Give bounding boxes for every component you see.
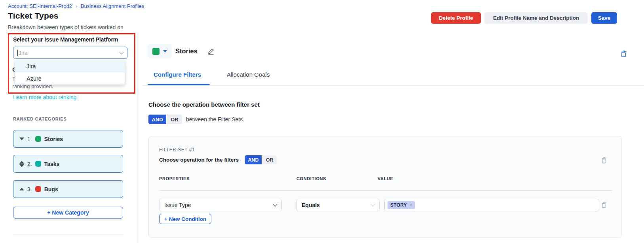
category-color-dot — [35, 186, 41, 192]
operation-caption: between the Filter Sets — [186, 116, 243, 122]
delete-category-icon[interactable] — [620, 50, 627, 59]
property-select-value: Issue Type — [164, 202, 274, 208]
remove-tag-icon[interactable]: × — [409, 203, 412, 207]
value-tag: STORY × — [388, 201, 415, 209]
filter-set-operation-toggle: AND OR — [148, 115, 182, 124]
category-name: Stories — [44, 136, 63, 142]
divider — [13, 235, 123, 235]
caret-down-icon — [163, 50, 167, 53]
value-multiselect-input[interactable]: STORY × — [384, 199, 599, 211]
and-toggle-button[interactable]: AND — [245, 155, 262, 164]
column-header-conditions: CONDITIONS — [296, 176, 326, 181]
breadcrumb: Account: SEI-Internal-Prod2 › Business A… — [8, 3, 144, 9]
category-color-dot — [35, 161, 41, 167]
and-toggle-button[interactable]: AND — [148, 115, 166, 124]
chevron-down-icon — [273, 202, 277, 206]
dropdown-option-azure[interactable]: Azure — [15, 72, 125, 85]
platform-dropdown-menu: Jira Azure — [15, 60, 125, 85]
category-card-tasks[interactable]: 2. Tasks — [13, 155, 123, 173]
category-rank: 1. — [27, 136, 32, 142]
ranked-categories-label: RANKED CATEGORIES — [13, 117, 67, 121]
edit-profile-button[interactable]: Edit Profile Name and Description — [484, 12, 588, 24]
dropdown-option-jira[interactable]: Jira — [15, 60, 125, 72]
divider — [142, 85, 644, 86]
operation-heading: Choose the operation between filter set — [148, 101, 260, 108]
chevron-down-icon — [370, 202, 375, 206]
edit-category-name-icon[interactable] — [207, 48, 215, 57]
filter-operation-row: Choose operation for the filters AND OR — [159, 155, 277, 164]
category-name: Tasks — [44, 161, 60, 167]
filter-operation-label: Choose operation for the filters — [159, 157, 239, 163]
text-cursor — [17, 50, 18, 56]
category-color-picker-button[interactable] — [147, 44, 172, 58]
value-tag-label: STORY — [390, 202, 407, 208]
category-rank: 2. — [27, 161, 32, 167]
tab-allocation-goals[interactable]: Allocation Goals — [227, 71, 270, 78]
platform-select-input[interactable]: Jira — [13, 47, 127, 59]
or-toggle-button[interactable]: OR — [167, 115, 182, 124]
page-title: Ticket Types — [8, 11, 59, 21]
filters-operation-toggle: AND OR — [245, 155, 277, 164]
delete-condition-icon[interactable] — [601, 202, 607, 210]
tab-configure-filters[interactable]: Configure Filters — [154, 71, 201, 78]
platform-input-placeholder: Jira — [19, 50, 120, 56]
delete-profile-button[interactable]: Delete Profile — [431, 12, 481, 24]
category-card-stories[interactable]: 1. Stories — [13, 130, 123, 148]
sort-up-down-icon[interactable] — [19, 161, 24, 167]
new-category-button[interactable]: + New Category — [13, 207, 123, 219]
breadcrumb-separator-icon: › — [76, 4, 77, 9]
category-name: Bugs — [44, 186, 58, 192]
page-subtitle: Breakdown between types of tickets worke… — [8, 24, 123, 30]
sort-down-icon[interactable] — [19, 138, 24, 140]
new-condition-button[interactable]: + New Condition — [159, 214, 211, 224]
column-header-properties: PROPERTIES — [159, 176, 190, 181]
condition-select-value: Equals — [302, 202, 371, 208]
condition-select[interactable]: Equals — [296, 199, 380, 211]
divider — [159, 190, 612, 191]
delete-filter-set-icon[interactable] — [601, 157, 607, 165]
filter-set-label: FILTER SET #1 — [159, 147, 195, 153]
breadcrumb-account-link[interactable]: Account: SEI-Internal-Prod2 — [8, 3, 72, 9]
or-toggle-button[interactable]: OR — [262, 155, 277, 164]
category-rank: 3. — [27, 186, 32, 192]
learn-more-ranking-link[interactable]: Learn more about ranking — [13, 94, 76, 100]
platform-select-label: Select your Issue Management Platform — [13, 36, 118, 43]
chevron-down-icon — [119, 50, 123, 54]
sort-up-icon[interactable] — [19, 188, 24, 190]
business-alignment-profile-page: Account: SEI-Internal-Prod2 › Business A… — [0, 0, 644, 243]
category-card-bugs[interactable]: 3. Bugs — [13, 180, 123, 198]
sidebar-divider-vertical — [138, 33, 138, 243]
category-color-dot — [35, 136, 41, 142]
category-title: Stories — [175, 47, 198, 55]
save-button[interactable]: Save — [591, 12, 617, 24]
filter-set-card: FILTER SET #1 Choose operation for the f… — [148, 136, 622, 238]
breadcrumb-page-link[interactable]: Business Alignment Profiles — [81, 3, 144, 9]
category-color-swatch — [152, 48, 160, 55]
column-header-value: VALUE — [378, 176, 393, 181]
property-select[interactable]: Issue Type — [159, 199, 282, 211]
